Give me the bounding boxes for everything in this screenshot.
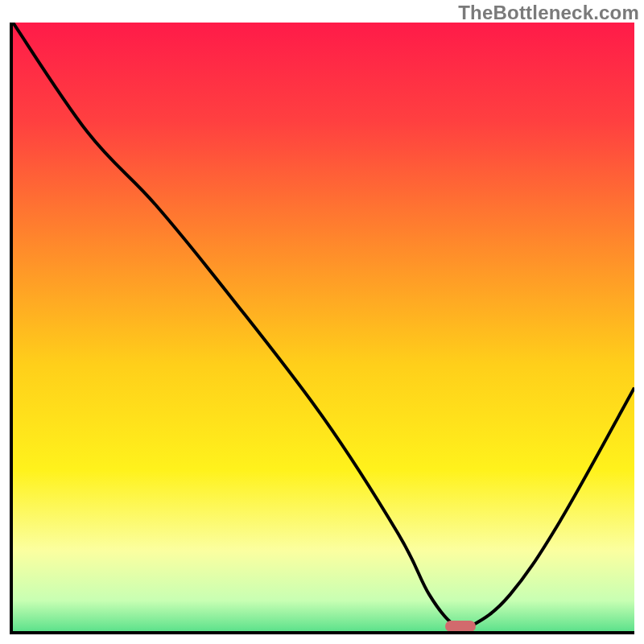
plot-area xyxy=(10,23,634,634)
bottleneck-curve xyxy=(13,23,634,631)
watermark-text: TheBottleneck.com xyxy=(458,2,639,24)
optimal-marker xyxy=(445,621,476,632)
chart-container: TheBottleneck.com xyxy=(0,0,644,644)
